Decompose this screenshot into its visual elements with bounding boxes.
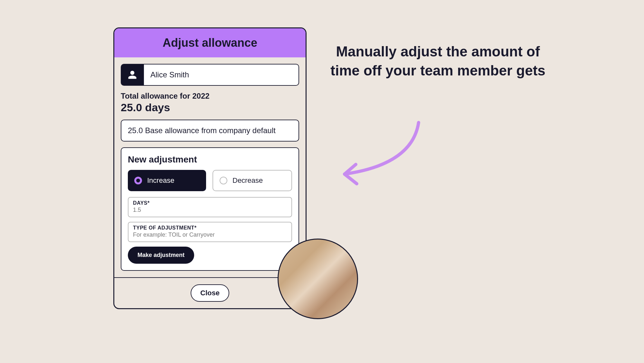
arrow-icon <box>328 119 425 190</box>
allowance-value: 25.0 days <box>121 101 299 114</box>
days-input-group[interactable]: DAYS* <box>128 197 292 217</box>
decrease-label: Decrease <box>232 176 263 185</box>
annotation-text: Manually adjust the amount of time off y… <box>325 42 551 80</box>
adjustment-type-radio-group: Increase Decrease <box>128 170 292 191</box>
user-name: Alice Smith <box>144 64 299 86</box>
days-input[interactable] <box>133 207 287 213</box>
avatar <box>278 239 358 319</box>
adjust-allowance-card: Adjust allowance Alice Smith Total allow… <box>113 27 307 309</box>
type-input[interactable] <box>133 231 287 238</box>
increase-label: Increase <box>147 176 174 185</box>
increase-radio[interactable]: Increase <box>128 170 206 191</box>
card-footer: Close <box>114 277 306 308</box>
card-title: Adjust allowance <box>121 36 299 50</box>
type-label: TYPE OF ADJUSTMENT* <box>133 225 287 231</box>
user-field[interactable]: Alice Smith <box>121 64 299 86</box>
allowance-label: Total allowance for 2022 <box>121 92 299 101</box>
make-adjustment-button[interactable]: Make adjustment <box>128 247 194 264</box>
new-adjustment-panel: New adjustment Increase Decrease DAYS* T… <box>121 147 299 271</box>
days-label: DAYS* <box>133 200 287 206</box>
user-icon <box>121 64 144 86</box>
type-input-group[interactable]: TYPE OF ADJUSTMENT* <box>128 222 292 242</box>
radio-indicator-icon <box>134 177 142 184</box>
base-allowance-box: 25.0 Base allowance from company default <box>121 120 299 142</box>
adjustment-title: New adjustment <box>128 154 292 165</box>
decrease-radio[interactable]: Decrease <box>213 170 292 191</box>
card-body: Alice Smith Total allowance for 2022 25.… <box>114 57 306 277</box>
close-button[interactable]: Close <box>191 284 229 302</box>
radio-indicator-icon <box>220 177 227 184</box>
card-header: Adjust allowance <box>114 28 306 57</box>
